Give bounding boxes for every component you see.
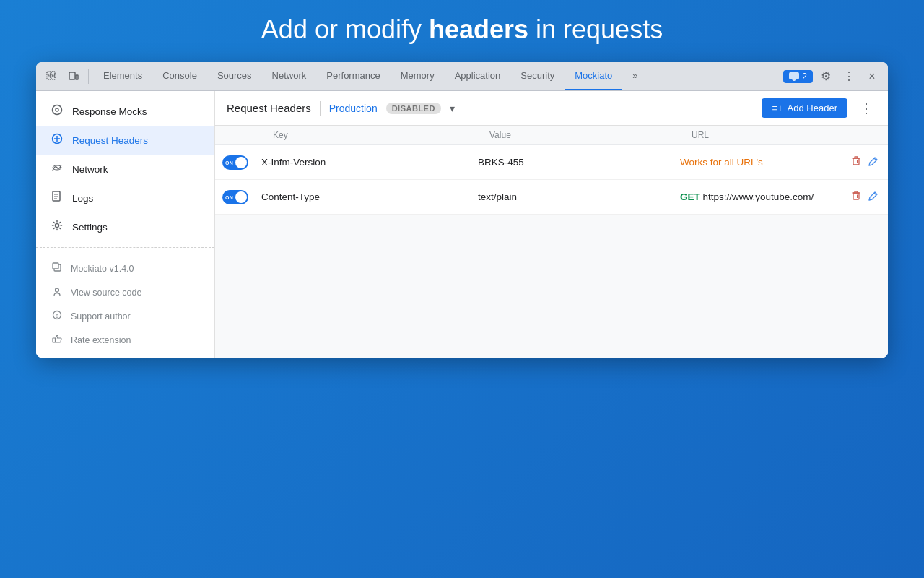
github-icon xyxy=(51,286,64,298)
url-method-label-2: GET xyxy=(680,191,700,202)
svg-rect-19 xyxy=(53,263,58,269)
svg-rect-4 xyxy=(69,72,75,79)
svg-point-17 xyxy=(56,224,59,228)
sidebar-item-label: Request Headers xyxy=(72,135,148,146)
close-icon[interactable]: × xyxy=(862,66,882,87)
tab-mockiato[interactable]: Mockiato xyxy=(565,62,622,90)
row-url-2: GET https://www.youtube.com/ xyxy=(674,191,845,202)
disabled-badge: DISABLED xyxy=(386,103,441,114)
tab-more[interactable]: » xyxy=(622,62,648,90)
request-headers-icon xyxy=(51,133,64,147)
svg-rect-0 xyxy=(47,72,51,75)
row-key-2: Content-Type xyxy=(256,191,472,202)
sidebar-footer-support[interactable]: $ Support author xyxy=(36,304,214,328)
panel-header-divider xyxy=(320,101,321,116)
support-label: Support author xyxy=(71,311,131,322)
toggle-knob-2 xyxy=(235,191,247,203)
rate-label: Rate extension xyxy=(71,335,131,345)
table-container: Key Value URL X-Infm-Version BRKS-455 Wo… xyxy=(215,126,888,358)
toggle-cell-1 xyxy=(215,155,256,170)
row-url-1: Works for all URL's xyxy=(674,157,845,168)
device-icon[interactable] xyxy=(64,66,84,87)
tab-security[interactable]: Security xyxy=(510,62,565,90)
row-toggle-1[interactable] xyxy=(222,155,248,170)
svg-rect-6 xyxy=(789,72,799,79)
tab-console[interactable]: Console xyxy=(152,62,207,90)
sidebar-footer-rate[interactable]: Rate extension xyxy=(36,328,214,352)
tab-memory[interactable]: Memory xyxy=(391,62,445,90)
settings-icon[interactable]: ⚙ xyxy=(816,66,836,87)
network-icon xyxy=(51,162,64,176)
url-href-2: https://www.youtube.com/ xyxy=(703,191,814,202)
source-label: View source code xyxy=(71,288,141,298)
sidebar-nav: Response Mocks Request Headers xyxy=(36,91,214,247)
message-badge-btn[interactable]: 2 xyxy=(783,70,813,83)
thumbsup-icon xyxy=(51,334,64,346)
svg-rect-27 xyxy=(853,193,859,199)
row-actions-1 xyxy=(845,155,888,170)
tab-application[interactable]: Application xyxy=(445,62,511,90)
sidebar-item-network[interactable]: Network xyxy=(36,155,214,184)
toggle-cell-2 xyxy=(215,190,256,204)
table-row: X-Infm-Version BRKS-455 Works for all UR… xyxy=(215,145,888,180)
row-actions-2 xyxy=(845,190,888,204)
main-panel: Request Headers Production DISABLED ▾ ≡+… xyxy=(215,91,888,358)
topbar-right: 2 ⚙ ⋮ × xyxy=(783,66,882,87)
tab-elements[interactable]: Elements xyxy=(93,62,152,90)
settings-icon xyxy=(51,220,64,234)
sidebar-footer: Mockiato v1.4.0 View source code xyxy=(36,247,214,358)
sidebar-item-response-mocks[interactable]: Response Mocks xyxy=(36,97,214,126)
svg-rect-24 xyxy=(853,158,859,165)
sidebar-item-settings[interactable]: Settings xyxy=(36,212,214,241)
svg-point-20 xyxy=(56,288,59,292)
edit-button-1[interactable] xyxy=(868,155,879,170)
add-header-label: Add Header xyxy=(788,103,837,113)
delete-button-2[interactable] xyxy=(850,190,862,204)
topbar-tabs: Elements Console Sources Network Perform… xyxy=(93,62,782,90)
logs-icon xyxy=(51,191,64,205)
svg-rect-1 xyxy=(51,72,55,75)
panel-title: Request Headers xyxy=(227,102,311,114)
table-header: Key Value URL xyxy=(215,126,888,145)
row-toggle-2[interactable] xyxy=(222,190,248,204)
row-value-1: BRKS-455 xyxy=(472,157,674,168)
chevron-down-icon[interactable]: ▾ xyxy=(450,103,455,114)
sidebar-item-label: Settings xyxy=(72,222,108,233)
svg-rect-23 xyxy=(53,338,56,342)
sidebar-footer-source[interactable]: View source code xyxy=(36,280,214,304)
page-title: Add or modify headers in requests xyxy=(261,14,663,45)
add-icon: ≡+ xyxy=(772,103,783,113)
response-mocks-icon xyxy=(51,104,64,118)
svg-point-8 xyxy=(56,108,58,111)
more-options-icon[interactable]: ⋮ xyxy=(839,66,859,87)
table-row: Content-Type text/plain GET https://www.… xyxy=(215,180,888,215)
row-key-1: X-Infm-Version xyxy=(256,157,472,168)
version-label: Mockiato v1.4.0 xyxy=(71,264,134,274)
svg-point-7 xyxy=(53,105,62,115)
panel-more-button[interactable]: ⋮ xyxy=(856,98,876,118)
devtools-body: Response Mocks Request Headers xyxy=(36,91,888,358)
col-header-key: Key xyxy=(273,130,489,140)
tab-network[interactable]: Network xyxy=(262,62,317,90)
tab-sources[interactable]: Sources xyxy=(207,62,262,90)
env-selector[interactable]: Production xyxy=(329,103,378,114)
row-value-2: text/plain xyxy=(472,191,674,202)
svg-text:$: $ xyxy=(56,314,58,319)
sidebar: Response Mocks Request Headers xyxy=(36,91,215,358)
sidebar-item-label: Response Mocks xyxy=(72,106,147,117)
copy-icon xyxy=(51,262,64,275)
sidebar-item-logs[interactable]: Logs xyxy=(36,184,214,212)
inspect-icon[interactable] xyxy=(42,66,62,87)
delete-button-1[interactable] xyxy=(850,155,862,170)
svg-rect-3 xyxy=(51,76,55,79)
tab-performance[interactable]: Performance xyxy=(316,62,390,90)
edit-button-2[interactable] xyxy=(868,190,879,204)
sidebar-footer-version[interactable]: Mockiato v1.4.0 xyxy=(36,256,214,280)
coin-icon: $ xyxy=(51,310,64,322)
badge-count: 2 xyxy=(802,72,807,82)
add-header-button[interactable]: ≡+ Add Header xyxy=(762,98,847,118)
svg-rect-5 xyxy=(76,75,78,79)
panel-header: Request Headers Production DISABLED ▾ ≡+… xyxy=(215,91,888,126)
toggle-knob-1 xyxy=(235,157,247,168)
sidebar-item-request-headers[interactable]: Request Headers xyxy=(36,126,214,155)
